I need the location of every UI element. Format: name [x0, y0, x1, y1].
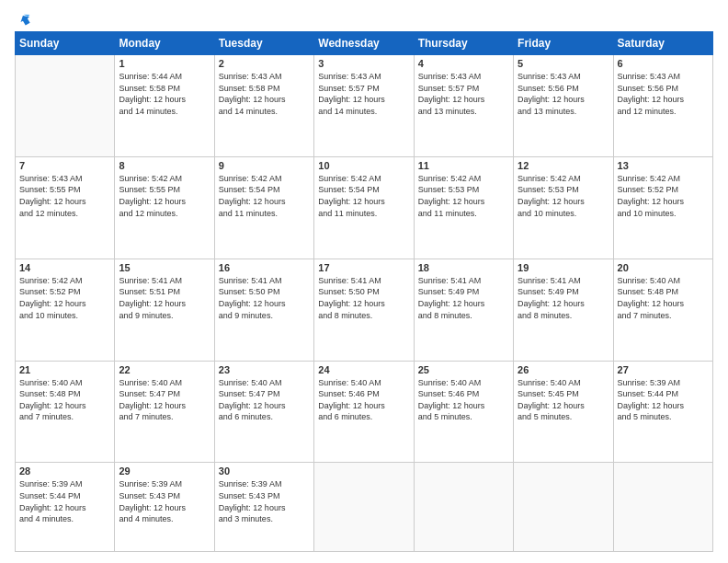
day-number: 2: [219, 58, 310, 69]
calendar-cell: 16Sunrise: 5:41 AM Sunset: 5:50 PM Dayli…: [214, 259, 313, 361]
calendar-cell: 24Sunrise: 5:40 AM Sunset: 5:46 PM Dayli…: [314, 361, 414, 463]
weekday-thursday: Thursday: [414, 32, 513, 55]
day-number: 27: [618, 364, 709, 375]
day-number: 12: [518, 160, 609, 171]
calendar-cell: 5Sunrise: 5:43 AM Sunset: 5:56 PM Daylig…: [514, 55, 613, 157]
day-number: 22: [119, 364, 210, 375]
day-info: Sunrise: 5:42 AM Sunset: 5:53 PM Dayligh…: [418, 173, 509, 219]
day-number: 17: [318, 262, 409, 273]
day-info: Sunrise: 5:44 AM Sunset: 5:58 PM Dayligh…: [119, 71, 210, 117]
day-info: Sunrise: 5:41 AM Sunset: 5:50 PM Dayligh…: [219, 275, 310, 321]
header: [15, 11, 713, 26]
calendar-cell: 30Sunrise: 5:39 AM Sunset: 5:43 PM Dayli…: [214, 463, 313, 552]
day-number: 7: [19, 160, 110, 171]
weekday-header-row: SundayMondayTuesdayWednesdayThursdayFrid…: [16, 32, 713, 55]
day-info: Sunrise: 5:42 AM Sunset: 5:54 PM Dayligh…: [318, 173, 409, 219]
day-number: 9: [219, 160, 310, 171]
day-number: 4: [418, 58, 509, 69]
weekday-tuesday: Tuesday: [214, 32, 313, 55]
weekday-friday: Friday: [514, 32, 613, 55]
day-info: Sunrise: 5:42 AM Sunset: 5:52 PM Dayligh…: [19, 275, 110, 321]
week-row-3: 14Sunrise: 5:42 AM Sunset: 5:52 PM Dayli…: [16, 259, 713, 361]
day-info: Sunrise: 5:41 AM Sunset: 5:50 PM Dayligh…: [318, 275, 409, 321]
day-number: 13: [618, 160, 709, 171]
calendar-cell: 10Sunrise: 5:42 AM Sunset: 5:54 PM Dayli…: [314, 156, 414, 259]
day-info: Sunrise: 5:40 AM Sunset: 5:47 PM Dayligh…: [219, 377, 310, 423]
week-row-5: 28Sunrise: 5:39 AM Sunset: 5:44 PM Dayli…: [16, 463, 713, 552]
day-info: Sunrise: 5:42 AM Sunset: 5:55 PM Dayligh…: [119, 173, 210, 219]
calendar-cell: 2Sunrise: 5:43 AM Sunset: 5:58 PM Daylig…: [214, 55, 313, 157]
day-info: Sunrise: 5:43 AM Sunset: 5:56 PM Dayligh…: [518, 71, 609, 117]
day-number: 5: [518, 58, 609, 69]
logo-bird-icon: [17, 11, 35, 29]
calendar-cell: 22Sunrise: 5:40 AM Sunset: 5:47 PM Dayli…: [115, 361, 214, 463]
day-info: Sunrise: 5:43 AM Sunset: 5:58 PM Dayligh…: [219, 71, 310, 117]
day-number: 18: [418, 262, 509, 273]
calendar-table: SundayMondayTuesdayWednesdayThursdayFrid…: [15, 31, 713, 552]
day-info: Sunrise: 5:43 AM Sunset: 5:56 PM Dayligh…: [618, 71, 709, 117]
day-number: 3: [318, 58, 409, 69]
calendar-cell: 11Sunrise: 5:42 AM Sunset: 5:53 PM Dayli…: [414, 156, 513, 259]
day-number: 20: [618, 262, 709, 273]
calendar-cell: 23Sunrise: 5:40 AM Sunset: 5:47 PM Dayli…: [214, 361, 313, 463]
day-number: 21: [19, 364, 110, 375]
day-number: 8: [119, 160, 210, 171]
calendar-cell: 6Sunrise: 5:43 AM Sunset: 5:56 PM Daylig…: [613, 55, 712, 157]
day-number: 10: [318, 160, 409, 171]
day-number: 6: [618, 58, 709, 69]
day-info: Sunrise: 5:40 AM Sunset: 5:48 PM Dayligh…: [618, 275, 709, 321]
calendar-cell: 15Sunrise: 5:41 AM Sunset: 5:51 PM Dayli…: [115, 259, 214, 361]
day-number: 28: [19, 465, 110, 477]
calendar-cell: 7Sunrise: 5:43 AM Sunset: 5:55 PM Daylig…: [16, 156, 115, 259]
day-info: Sunrise: 5:43 AM Sunset: 5:55 PM Dayligh…: [19, 173, 110, 219]
day-info: Sunrise: 5:43 AM Sunset: 5:57 PM Dayligh…: [418, 71, 509, 117]
day-info: Sunrise: 5:40 AM Sunset: 5:48 PM Dayligh…: [19, 377, 110, 423]
calendar-cell: 20Sunrise: 5:40 AM Sunset: 5:48 PM Dayli…: [613, 259, 712, 361]
calendar-cell: 19Sunrise: 5:41 AM Sunset: 5:49 PM Dayli…: [514, 259, 613, 361]
page: SundayMondayTuesdayWednesdayThursdayFrid…: [0, 0, 728, 563]
calendar-cell: 13Sunrise: 5:42 AM Sunset: 5:52 PM Dayli…: [613, 156, 712, 259]
day-number: 26: [518, 364, 609, 375]
day-info: Sunrise: 5:42 AM Sunset: 5:54 PM Dayligh…: [219, 173, 310, 219]
day-info: Sunrise: 5:42 AM Sunset: 5:52 PM Dayligh…: [618, 173, 709, 219]
calendar-cell: [514, 463, 613, 552]
day-info: Sunrise: 5:40 AM Sunset: 5:46 PM Dayligh…: [318, 377, 409, 423]
day-number: 16: [219, 262, 310, 273]
calendar-cell: 3Sunrise: 5:43 AM Sunset: 5:57 PM Daylig…: [314, 55, 414, 157]
weekday-sunday: Sunday: [16, 32, 115, 55]
weekday-wednesday: Wednesday: [314, 32, 414, 55]
calendar-cell: 26Sunrise: 5:40 AM Sunset: 5:45 PM Dayli…: [514, 361, 613, 463]
calendar-cell: 1Sunrise: 5:44 AM Sunset: 5:58 PM Daylig…: [115, 55, 214, 157]
calendar-cell: 12Sunrise: 5:42 AM Sunset: 5:53 PM Dayli…: [514, 156, 613, 259]
day-number: 24: [318, 364, 409, 375]
week-row-1: 1Sunrise: 5:44 AM Sunset: 5:58 PM Daylig…: [16, 55, 713, 157]
calendar-cell: 29Sunrise: 5:39 AM Sunset: 5:43 PM Dayli…: [115, 463, 214, 552]
day-number: 11: [418, 160, 509, 171]
day-number: 1: [119, 58, 210, 69]
weekday-monday: Monday: [115, 32, 214, 55]
day-number: 19: [518, 262, 609, 273]
calendar-cell: [16, 55, 115, 157]
calendar-cell: 18Sunrise: 5:41 AM Sunset: 5:49 PM Dayli…: [414, 259, 513, 361]
calendar-cell: 25Sunrise: 5:40 AM Sunset: 5:46 PM Dayli…: [414, 361, 513, 463]
day-info: Sunrise: 5:40 AM Sunset: 5:46 PM Dayligh…: [418, 377, 509, 423]
weekday-saturday: Saturday: [613, 32, 712, 55]
calendar-cell: 9Sunrise: 5:42 AM Sunset: 5:54 PM Daylig…: [214, 156, 313, 259]
day-number: 25: [418, 364, 509, 375]
calendar-cell: [314, 463, 414, 552]
day-info: Sunrise: 5:39 AM Sunset: 5:43 PM Dayligh…: [219, 478, 310, 524]
day-number: 29: [119, 465, 210, 477]
day-info: Sunrise: 5:39 AM Sunset: 5:44 PM Dayligh…: [19, 478, 110, 524]
day-number: 15: [119, 262, 210, 273]
day-info: Sunrise: 5:41 AM Sunset: 5:51 PM Dayligh…: [119, 275, 210, 321]
day-info: Sunrise: 5:40 AM Sunset: 5:47 PM Dayligh…: [119, 377, 210, 423]
day-number: 14: [19, 262, 110, 273]
day-info: Sunrise: 5:39 AM Sunset: 5:44 PM Dayligh…: [618, 377, 709, 423]
logo: [15, 11, 35, 26]
day-info: Sunrise: 5:41 AM Sunset: 5:49 PM Dayligh…: [418, 275, 509, 321]
day-info: Sunrise: 5:41 AM Sunset: 5:49 PM Dayligh…: [518, 275, 609, 321]
calendar-cell: 4Sunrise: 5:43 AM Sunset: 5:57 PM Daylig…: [414, 55, 513, 157]
day-info: Sunrise: 5:39 AM Sunset: 5:43 PM Dayligh…: [119, 478, 210, 524]
day-number: 23: [219, 364, 310, 375]
calendar-cell: 27Sunrise: 5:39 AM Sunset: 5:44 PM Dayli…: [613, 361, 712, 463]
